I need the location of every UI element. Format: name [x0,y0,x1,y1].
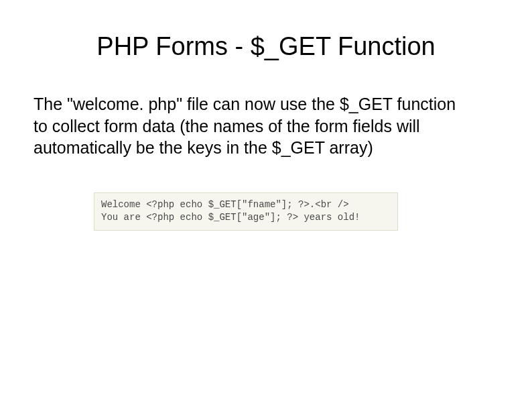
slide-body-text: The "welcome. php" file can now use the … [34,93,498,159]
slide-title: PHP Forms - $_GET Function [34,32,498,61]
code-example: Welcome <?php echo $_GET["fname"]; ?>.<b… [94,192,398,231]
slide: PHP Forms - $_GET Function The "welcome.… [0,0,532,399]
